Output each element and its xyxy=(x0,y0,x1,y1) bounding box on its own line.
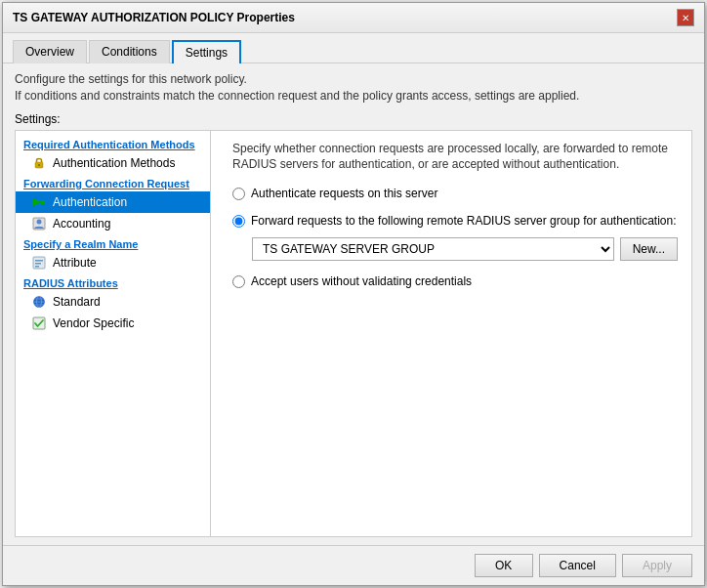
dialog-window: TS GATEWAY AUTHORIZATION POLICY Properti… xyxy=(2,2,705,586)
apply-button[interactable]: Apply xyxy=(622,554,692,577)
nav-item-attribute[interactable]: Attribute xyxy=(16,252,210,273)
tab-content: Configure the settings for this network … xyxy=(3,63,704,545)
tab-conditions[interactable]: Conditions xyxy=(89,40,170,63)
tab-bar: Overview Conditions Settings xyxy=(3,33,704,63)
right-panel: Specify whether connection requests are … xyxy=(219,131,691,536)
section-forwarding[interactable]: Forwarding Connection Request xyxy=(16,174,210,191)
radio-accept-input[interactable] xyxy=(232,275,245,288)
radio-accept-label: Accept users without validating credenti… xyxy=(251,274,472,288)
svg-rect-8 xyxy=(35,263,41,265)
nav-item-standard[interactable]: Standard xyxy=(16,291,210,313)
nav-item-auth-methods[interactable]: Authentication Methods xyxy=(16,152,210,174)
svg-marker-2 xyxy=(33,198,41,206)
lock-icon xyxy=(31,155,47,171)
cancel-button[interactable]: Cancel xyxy=(539,554,616,577)
accounting-icon xyxy=(31,216,47,231)
radio-local[interactable]: Authenticate requests on this server xyxy=(232,187,678,200)
nav-label-vendor-specific: Vendor Specific xyxy=(53,316,134,330)
svg-point-5 xyxy=(37,219,42,224)
radio-local-input[interactable] xyxy=(232,188,245,200)
nav-item-authentication[interactable]: Authentication xyxy=(16,191,210,213)
server-group-row: TS GATEWAY SERVER GROUP New... xyxy=(252,237,678,261)
ok-button[interactable]: OK xyxy=(475,554,533,577)
tab-overview[interactable]: Overview xyxy=(13,40,87,63)
attribute-icon xyxy=(31,255,47,271)
settings-label: Settings: xyxy=(15,112,692,126)
radio-forward-input[interactable] xyxy=(232,215,245,228)
nav-label-auth-methods: Authentication Methods xyxy=(53,156,175,170)
radio-accept[interactable]: Accept users without validating credenti… xyxy=(232,274,678,288)
nav-label-attribute: Attribute xyxy=(53,256,97,270)
tab-settings[interactable]: Settings xyxy=(172,40,241,63)
nav-label-authentication: Authentication xyxy=(53,195,127,209)
new-button[interactable]: New... xyxy=(620,237,678,261)
close-button[interactable]: ✕ xyxy=(677,9,694,26)
forward-icon xyxy=(31,194,47,210)
dialog-title: TS GATEWAY AUTHORIZATION POLICY Properti… xyxy=(13,11,295,24)
svg-point-1 xyxy=(38,164,40,166)
dialog-footer: OK Cancel Apply xyxy=(3,545,704,585)
radio-local-label: Authenticate requests on this server xyxy=(251,187,437,200)
nav-item-accounting[interactable]: Accounting xyxy=(16,213,210,234)
radio-forward-label: Forward requests to the following remote… xyxy=(251,214,677,228)
description-block: Configure the settings for this network … xyxy=(15,71,692,105)
svg-rect-7 xyxy=(35,260,43,262)
svg-rect-9 xyxy=(35,266,39,268)
section-required-auth[interactable]: Required Authentication Methods xyxy=(16,135,210,152)
globe-icon xyxy=(31,294,47,310)
section-realm[interactable]: Specify a Realm Name xyxy=(16,234,210,252)
vendor-icon xyxy=(31,315,47,331)
nav-label-accounting: Accounting xyxy=(53,217,110,231)
svg-rect-3 xyxy=(41,200,45,204)
nav-label-standard: Standard xyxy=(53,295,101,309)
server-group-dropdown[interactable]: TS GATEWAY SERVER GROUP xyxy=(252,237,614,261)
content-area: Required Authentication Methods Authenti… xyxy=(15,130,692,537)
title-bar: TS GATEWAY AUTHORIZATION POLICY Properti… xyxy=(3,3,704,33)
nav-item-vendor-specific[interactable]: Vendor Specific xyxy=(16,313,210,334)
section-radius[interactable]: RADIUS Attributes xyxy=(16,273,210,291)
right-description: Specify whether connection requests are … xyxy=(232,141,678,174)
left-panel: Required Authentication Methods Authenti… xyxy=(16,131,211,536)
radio-forward[interactable]: Forward requests to the following remote… xyxy=(232,214,678,228)
